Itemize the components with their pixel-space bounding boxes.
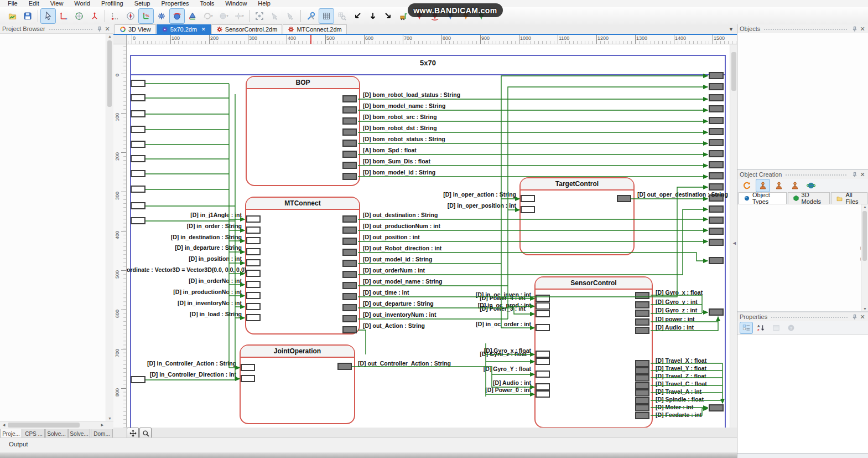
container-input-port[interactable]	[131, 80, 145, 87]
world-tool-button[interactable]	[804, 179, 818, 192]
mtconnect-output-port[interactable]	[342, 282, 357, 289]
container-output-port[interactable]	[709, 72, 724, 79]
project-tree-item[interactable]	[0, 140, 113, 148]
container-input-port[interactable]	[131, 376, 145, 383]
container-output-port[interactable]	[709, 172, 724, 179]
project-tree-item[interactable]	[0, 351, 113, 359]
mtconnect-input-port[interactable]	[246, 314, 261, 321]
creation-tree-item[interactable]	[737, 253, 868, 261]
sensorcontrol-input-port[interactable]	[536, 310, 550, 317]
bop-output-port[interactable]	[342, 106, 357, 114]
block-jointoperation[interactable]: JointOperation	[240, 344, 355, 424]
mtconnect-output-port[interactable]	[342, 227, 357, 234]
creation-tree-item[interactable]	[737, 220, 868, 229]
project-tree-item[interactable]	[0, 91, 113, 99]
sensorcontrol-output-port[interactable]	[635, 327, 649, 334]
doc-tab-mtconnect-2dm[interactable]: MTConnect.2dm	[283, 24, 346, 34]
orbit-globe-tool-button[interactable]	[71, 8, 87, 24]
grid-toggle-button[interactable]	[319, 8, 334, 24]
sensorcontrol-input-port[interactable]	[536, 370, 550, 378]
close-icon[interactable]: ✕	[103, 25, 111, 33]
project-tree-item[interactable]	[0, 50, 113, 58]
creation-tree-item[interactable]	[737, 277, 868, 286]
creation-tree-vscrollbar[interactable]: ▲▼	[861, 204, 868, 311]
sensorcontrol-input-port[interactable]	[536, 351, 550, 358]
mtconnect-input-port[interactable]	[246, 237, 261, 244]
close-icon[interactable]: ✕	[859, 25, 866, 33]
pin-icon[interactable]	[851, 314, 859, 320]
arrow-down-tool-button[interactable]	[365, 8, 381, 24]
sensorcontrol-output-port[interactable]	[635, 367, 649, 374]
scroll-thumb[interactable]	[8, 423, 80, 428]
project-tree-item[interactable]	[0, 408, 113, 416]
project-tree-item[interactable]	[0, 148, 113, 156]
menu-item-file[interactable]: File	[2, 0, 23, 7]
creation-tree-item[interactable]	[737, 261, 868, 270]
project-tree-item[interactable]	[0, 204, 113, 213]
project-tree-item[interactable]	[0, 375, 113, 384]
container-output-port[interactable]	[709, 404, 724, 411]
container-output-port[interactable]	[709, 161, 724, 168]
project-tree-item[interactable]	[0, 310, 113, 318]
project-tree-item[interactable]	[0, 367, 113, 375]
project-tree-item[interactable]	[0, 42, 113, 50]
creation-tree-item[interactable]	[737, 213, 868, 221]
project-tree-item[interactable]	[0, 34, 113, 42]
doc-tab-3d-view[interactable]: 3D View	[115, 24, 156, 34]
project-tree-item[interactable]	[0, 245, 113, 254]
container-output-port[interactable]	[709, 239, 724, 246]
bop-output-port[interactable]	[342, 117, 357, 125]
container-input-port[interactable]	[131, 170, 145, 177]
bop-output-port[interactable]	[342, 95, 357, 102]
project-tree-item[interactable]	[0, 74, 113, 83]
frame-select-tool-button[interactable]	[252, 8, 267, 24]
project-tree-item[interactable]	[0, 302, 113, 311]
doc-tab-5x70-2dm[interactable]: 5x70.2dm✕	[157, 24, 211, 34]
container-input-port[interactable]	[131, 94, 145, 101]
project-tree-item[interactable]	[0, 229, 113, 238]
container-output-port[interactable]	[709, 83, 724, 90]
mtconnect-input-port[interactable]	[246, 248, 261, 255]
container-output-port[interactable]	[709, 205, 724, 213]
project-tree-item[interactable]	[0, 270, 113, 278]
stamp-tool-1-button[interactable]	[756, 179, 770, 192]
rotate-sphere-tool-button[interactable]	[169, 8, 185, 24]
targetcontrol-input-port[interactable]	[521, 195, 535, 202]
project-tree-item[interactable]	[0, 83, 113, 91]
creation-tab-3d-models[interactable]: 3D Models	[788, 192, 830, 204]
container-output-port[interactable]	[709, 308, 724, 316]
jointoperation-output-port[interactable]	[337, 363, 352, 370]
jack-tool-button[interactable]	[154, 8, 169, 24]
container-input-port[interactable]	[131, 110, 145, 117]
mtconnect-output-port[interactable]	[342, 326, 357, 333]
container-output-port[interactable]	[709, 228, 724, 235]
bop-output-port[interactable]	[342, 128, 357, 136]
project-tree-item[interactable]	[0, 58, 113, 66]
close-icon[interactable]: ✕	[859, 313, 866, 321]
translate-axis-tool-button[interactable]	[56, 8, 71, 24]
scroll-thumb[interactable]	[107, 40, 112, 107]
sensorcontrol-input-port[interactable]	[536, 295, 550, 302]
project-tree-item[interactable]	[0, 261, 113, 270]
creation-tree-item[interactable]	[737, 294, 868, 302]
canvas-vscrollbar[interactable]	[730, 44, 737, 428]
container-output-port[interactable]	[709, 139, 724, 146]
menu-item-edit[interactable]: Edit	[23, 0, 45, 7]
pin-icon[interactable]	[851, 172, 859, 178]
mtconnect-output-port[interactable]	[342, 249, 357, 256]
creation-tree-item[interactable]	[737, 245, 868, 253]
project-tree-item[interactable]	[0, 115, 113, 123]
creation-tab-object-types[interactable]: Object Types	[739, 192, 787, 204]
save-file-button[interactable]	[20, 8, 35, 24]
creation-tree-item[interactable]	[737, 237, 868, 245]
scale-axis-tool-button[interactable]: %	[138, 8, 154, 24]
block-targetcontrol[interactable]: TargetControl	[519, 177, 635, 255]
mtconnect-output-port[interactable]	[342, 260, 357, 267]
mtconnect-input-port[interactable]	[246, 227, 261, 234]
mtconnect-output-port[interactable]	[342, 304, 357, 311]
project-tree-item[interactable]	[0, 384, 113, 392]
mtconnect-input-port[interactable]	[246, 259, 261, 266]
container-output-port[interactable]	[709, 150, 724, 157]
reference-axis-tool-button[interactable]	[107, 8, 123, 24]
mtconnect-input-port[interactable]	[246, 303, 261, 310]
